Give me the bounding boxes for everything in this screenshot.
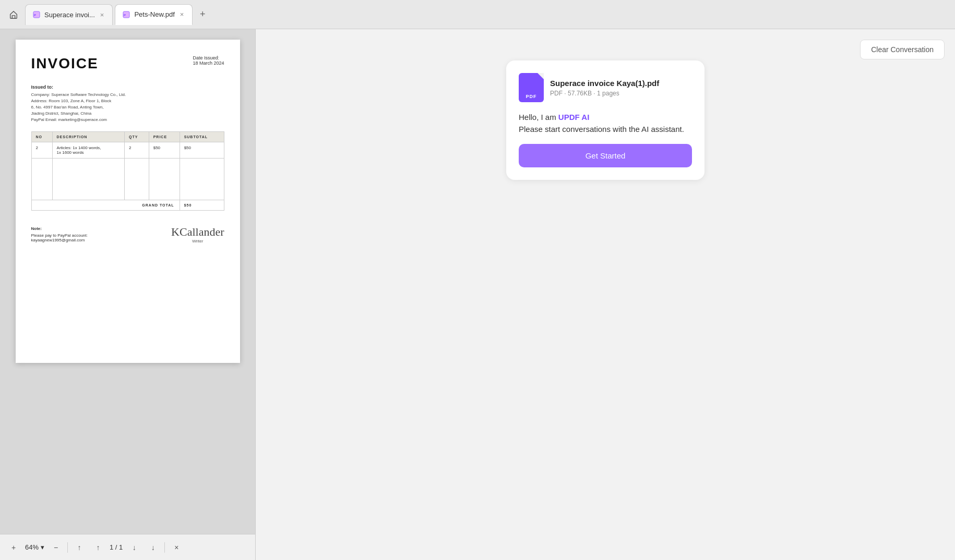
file-name: Superace invoice Kaya(1).pdf: [550, 79, 659, 88]
close-button[interactable]: ×: [169, 540, 184, 555]
pdf-panel: INVOICE Date Issued: 18 March 2024 Issue…: [0, 29, 256, 560]
new-tab-button[interactable]: +: [195, 7, 210, 22]
invoice-footer: Note: Please pay to PayPal account: kaya…: [31, 226, 224, 244]
divider-2: [164, 542, 165, 553]
first-page-button[interactable]: ↑: [72, 540, 87, 555]
note-text: Please pay to PayPal account: kayaagnew1…: [31, 233, 138, 242]
grand-total-value: $50: [180, 200, 224, 211]
pdf-file-icon: PDF: [519, 73, 544, 102]
tab-superace-close[interactable]: ×: [99, 11, 105, 18]
get-started-button[interactable]: Get Started: [519, 144, 692, 167]
file-meta: PDF · 57.76KB · 1 pages: [550, 90, 659, 97]
tab-pets-close[interactable]: ×: [179, 11, 185, 18]
row-description: Articles: 1x 1400 words,1x 1600 words: [52, 142, 124, 159]
pdf-page: INVOICE Date Issued: 18 March 2024 Issue…: [16, 40, 240, 363]
signature-label: Writer: [192, 239, 203, 244]
tab-superace-label: Superace invoi...: [44, 11, 95, 19]
issued-to: Issued to: Company: Superace Software Te…: [31, 84, 224, 123]
row-no: 2: [31, 142, 52, 159]
invoice-date: Date Issued: 18 March 2024: [193, 55, 224, 66]
date-value: 18 March 2024: [193, 60, 224, 66]
home-button[interactable]: [4, 5, 23, 24]
divider-1: [67, 542, 68, 553]
note-section: Note: Please pay to PayPal account: kaya…: [31, 226, 138, 244]
prev-page-button[interactable]: ↑: [91, 540, 105, 555]
svg-text:P: P: [124, 14, 126, 17]
col-price: PRICE: [149, 132, 180, 142]
grand-total-row: GRAND TOTAL $50: [31, 200, 224, 211]
tab-pets[interactable]: P Pets-New.pdf ×: [115, 4, 193, 25]
last-page-button[interactable]: ↓: [146, 540, 160, 555]
pdf-toolbar: + 64% ▾ − ↑ ↑ 1 / 1 ↓ ↓ ×: [0, 534, 255, 560]
greeting: Hello, I am UPDF AI: [519, 113, 692, 121]
greeting-text: Hello, I am: [519, 113, 558, 121]
invoice-header: INVOICE Date Issued: 18 March 2024: [31, 55, 224, 72]
row-qty: 2: [125, 142, 149, 159]
zoom-in-button[interactable]: +: [6, 540, 21, 555]
issued-to-label: Issued to:: [31, 84, 224, 90]
date-label: Date Issued:: [193, 55, 224, 60]
file-details: Superace invoice Kaya(1).pdf PDF · 57.76…: [550, 79, 659, 97]
zoom-level: 64%: [25, 543, 39, 551]
col-subtotal: SUBTOTAL: [180, 132, 224, 142]
chat-area: PDF Superace invoice Kaya(1).pdf PDF · 5…: [256, 29, 955, 560]
next-page-button[interactable]: ↓: [127, 540, 141, 555]
note-label: Note:: [31, 226, 138, 231]
col-description: DESCRIPTION: [52, 132, 124, 142]
main-content: INVOICE Date Issued: 18 March 2024 Issue…: [0, 29, 955, 560]
tab-superace[interactable]: P Superace invoi... ×: [25, 4, 113, 25]
clear-conversation-button[interactable]: Clear Conversation: [860, 40, 945, 59]
row-price: $50: [149, 142, 180, 159]
table-row: 2 Articles: 1x 1400 words,1x 1600 words …: [31, 142, 224, 159]
col-no: NO: [31, 132, 52, 142]
sub-text: Please start conversations with the AI a…: [519, 125, 692, 133]
row-subtotal: $50: [180, 142, 224, 159]
invoice-table: NO DESCRIPTION QTY PRICE SUBTOTAL 2 Arti…: [31, 131, 224, 211]
grand-total-label: GRAND TOTAL: [31, 200, 180, 211]
pdf-view-area[interactable]: INVOICE Date Issued: 18 March 2024 Issue…: [0, 29, 255, 534]
brand-name: UPDF AI: [558, 113, 589, 121]
signature-section: KCallander Writer: [171, 226, 224, 244]
svg-text:P: P: [34, 14, 36, 17]
signature-image: KCallander: [171, 226, 224, 238]
tab-pets-label: Pets-New.pdf: [134, 10, 174, 18]
col-qty: QTY: [125, 132, 149, 142]
empty-row: [31, 159, 224, 200]
tab-bar: P Superace invoi... × P Pets-New.pdf × +: [0, 0, 955, 29]
file-info: PDF Superace invoice Kaya(1).pdf PDF · 5…: [519, 73, 692, 102]
invoice-title: INVOICE: [31, 55, 99, 72]
ai-panel: Clear Conversation PDF Superace invoice …: [256, 29, 955, 560]
chat-card: PDF Superace invoice Kaya(1).pdf PDF · 5…: [506, 60, 705, 180]
company-info: Company: Superace Software Technology Co…: [31, 92, 224, 123]
zoom-out-button[interactable]: −: [49, 540, 63, 555]
zoom-display[interactable]: 64% ▾: [25, 543, 44, 551]
page-display: 1 / 1: [110, 543, 123, 551]
zoom-dropdown-icon: ▾: [41, 543, 44, 551]
